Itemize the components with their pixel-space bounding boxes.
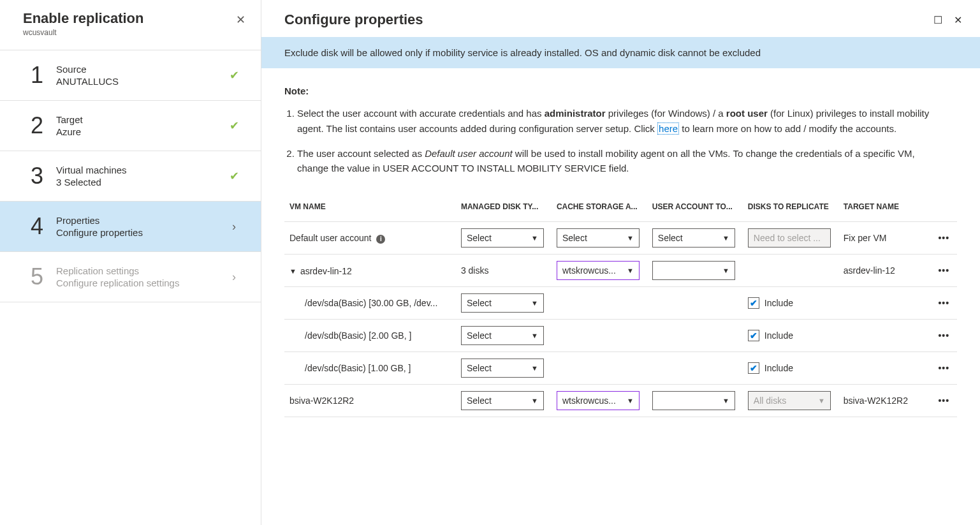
row-more-button[interactable]: •••	[931, 222, 957, 255]
sda-managed-disk-select[interactable]: Select▼	[461, 293, 544, 313]
chevron-down-icon: ▼	[531, 364, 538, 372]
learn-more-link[interactable]: here	[657, 122, 679, 135]
step-replication-settings[interactable]: 5 Replication settings Configure replica…	[0, 251, 261, 302]
col-target-name[interactable]: TARGET NAME	[838, 192, 931, 222]
chevron-down-icon: ▼	[818, 397, 825, 404]
step-source[interactable]: 1 Source ANUTALLUCS ✔	[0, 50, 261, 100]
row-more-button[interactable]: •••	[931, 385, 957, 417]
chevron-down-icon: ▼	[531, 234, 538, 242]
wizard-subtitle: wcusvault	[23, 28, 144, 37]
vm2-managed-disk-select[interactable]: Select▼	[461, 391, 544, 410]
default-cache-select[interactable]: Select▼	[557, 228, 640, 248]
default-user-account-select[interactable]: Select▼	[652, 228, 735, 248]
vm2-disks-select: All disks▼	[748, 391, 831, 410]
row-vm-bsiva-w2k12r2: bsiva-W2K12R2 Select▼ wtskrowcus...▼ ▼ A…	[284, 385, 957, 417]
col-user-account[interactable]: USER ACCOUNT TO...	[647, 192, 743, 222]
chevron-down-icon: ▼	[722, 234, 729, 242]
row-more-button[interactable]: •••	[931, 352, 957, 385]
chevron-down-icon: ▼	[627, 267, 634, 274]
info-banner: Exclude disk will be allowed only if mob…	[261, 37, 980, 68]
default-target: Fix per VM	[838, 222, 931, 255]
properties-table: VM NAME MANAGED DISK TY... CACHE STORAGE…	[284, 192, 957, 417]
default-disks-select: Need to select ...	[748, 228, 831, 248]
vm1-user-account-select[interactable]: ▼	[652, 261, 735, 280]
chevron-down-icon: ▼	[722, 397, 729, 404]
close-icon[interactable]: ✕	[954, 14, 962, 26]
vm2-cache-select[interactable]: wtskrowcus...▼	[557, 391, 640, 410]
col-managed-disk-type[interactable]: MANAGED DISK TY...	[456, 192, 552, 222]
row-disk-sdc: /dev/sdc(Basic) [1.00 GB, ] Select▼ ✔Inc…	[284, 352, 957, 385]
vm1-target: asrdev-lin-12	[838, 255, 931, 287]
row-more-button[interactable]: •••	[931, 255, 957, 287]
row-more-button[interactable]: •••	[931, 320, 957, 352]
chevron-down-icon: ▼	[627, 397, 634, 404]
col-vm-name[interactable]: VM NAME	[284, 192, 456, 222]
chevron-right-icon: ›	[225, 270, 243, 284]
chevron-down-icon: ▼	[531, 299, 538, 307]
row-vm-asrdev-lin-12: ▼asrdev-lin-12 3 disks wtskrowcus...▼ ▼ …	[284, 255, 957, 287]
note-block: Note: Select the user account with accur…	[261, 68, 980, 186]
note-title: Note:	[284, 84, 944, 98]
page-title: Configure properties	[284, 11, 423, 28]
chevron-down-icon: ▼	[531, 332, 538, 339]
expand-toggle[interactable]: ▼asrdev-lin-12	[289, 266, 352, 276]
sdb-include-checkbox[interactable]: ✔Include	[748, 330, 793, 341]
vm2-user-account-select[interactable]: ▼	[652, 391, 735, 410]
row-more-button[interactable]: •••	[931, 287, 957, 320]
vm2-target: bsiva-W2K12R2	[838, 385, 931, 417]
chevron-down-icon: ▼	[531, 397, 538, 404]
close-icon[interactable]: ✕	[233, 10, 248, 29]
main-panel: Configure properties ☐ ✕ Exclude disk wi…	[261, 0, 980, 525]
chevron-down-icon: ▼	[627, 234, 634, 242]
info-icon[interactable]: i	[376, 235, 385, 244]
chevron-right-icon: ›	[225, 220, 243, 233]
check-icon: ✔	[225, 119, 243, 133]
step-properties[interactable]: 4 Properties Configure properties ›	[0, 201, 261, 251]
step-virtual-machines[interactable]: 3 Virtual machines 3 Selected ✔	[0, 151, 261, 201]
triangle-down-icon: ▼	[289, 267, 296, 275]
step-target[interactable]: 2 Target Azure ✔	[0, 100, 261, 151]
row-default-user-account: Default user account i Select▼ Select▼ S…	[284, 222, 957, 255]
wizard-title: Enable replication	[23, 10, 144, 27]
note-item-1: Select the user account with accurate cr…	[297, 106, 944, 136]
check-icon: ✔	[225, 169, 243, 183]
col-cache-storage[interactable]: CACHE STORAGE A...	[552, 192, 647, 222]
sdc-managed-disk-select[interactable]: Select▼	[461, 359, 544, 378]
default-managed-disk-select[interactable]: Select▼	[461, 228, 544, 248]
sda-include-checkbox[interactable]: ✔Include	[748, 297, 793, 309]
sdb-managed-disk-select[interactable]: Select▼	[461, 326, 544, 345]
vm1-cache-select[interactable]: wtskrowcus...▼	[557, 261, 640, 280]
row-disk-sdb: /dev/sdb(Basic) [2.00 GB, ] Select▼ ✔Inc…	[284, 320, 957, 352]
maximize-icon[interactable]: ☐	[933, 14, 942, 26]
check-icon: ✔	[225, 68, 243, 82]
note-item-2: The user account selected as Default use…	[297, 146, 944, 176]
sdc-include-checkbox[interactable]: ✔Include	[748, 362, 793, 374]
row-disk-sda: /dev/sda(Basic) [30.00 GB, /dev... Selec…	[284, 287, 957, 320]
col-disks-to-replicate[interactable]: DISKS TO REPLICATE	[743, 192, 838, 222]
chevron-down-icon: ▼	[722, 267, 729, 274]
wizard-sidebar: Enable replication wcusvault ✕ 1 Source …	[0, 0, 261, 525]
